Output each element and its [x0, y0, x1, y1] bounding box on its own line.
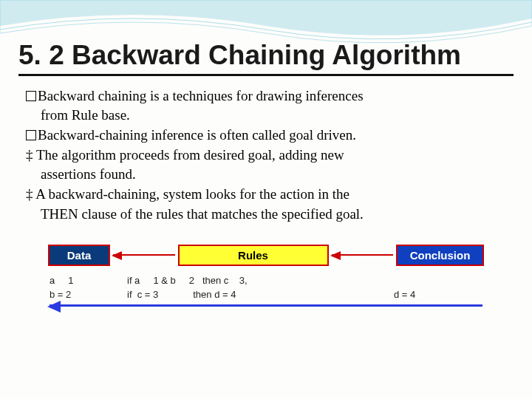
arrow-left-icon	[113, 254, 175, 256]
slide-title: 5. 2 Backward Chaining Algorithm	[18, 41, 514, 76]
data-cell: b = 2	[50, 289, 127, 300]
rules-box: Rules	[178, 245, 329, 266]
bullet-text: ‡ A backward-chaining, system looks for …	[26, 185, 514, 204]
bullet-text: Backward-chaining inference is often cal…	[38, 127, 356, 143]
rule-cell: if a 1 & b 2 then c 3,	[127, 275, 394, 286]
slide-body: Backward chaining is a techniques for dr…	[18, 87, 514, 224]
arrow-left-icon	[332, 254, 394, 256]
square-bullet-icon	[26, 91, 36, 101]
bullet-text: Backward chaining is a techniques for dr…	[38, 88, 364, 103]
diagram: Data Rules Conclusion a 1 if a 1 & b 2 t…	[48, 245, 484, 307]
conclusion-box: Conclusion	[396, 245, 484, 266]
conclusion-cell	[394, 275, 482, 286]
conclusion-cell: d = 4	[394, 289, 482, 300]
diagram-boxes-row: Data Rules Conclusion	[48, 245, 484, 266]
diagram-text-row: b = 2 if c = 3 then d = 4 d = 4	[48, 289, 484, 300]
diagram-text-row: a 1 if a 1 & b 2 then c 3,	[48, 275, 484, 286]
square-bullet-icon	[26, 130, 36, 140]
long-arrow-left-icon	[50, 304, 482, 307]
bullet-text: ‡ The algorithm proceeds from desired go…	[26, 146, 514, 165]
bullet-text: THEN clause of the rules that matches th…	[26, 205, 514, 224]
bullet-text: assertions found.	[26, 166, 514, 184]
data-cell: a 1	[50, 275, 127, 286]
data-box: Data	[48, 245, 110, 266]
rule-cell: if c = 3 then d = 4	[127, 289, 394, 300]
bullet-text: from Rule base.	[26, 106, 514, 125]
